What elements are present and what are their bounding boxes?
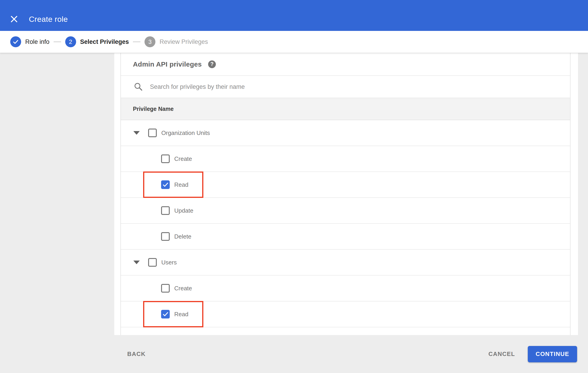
privilege-checkbox[interactable] bbox=[161, 284, 170, 293]
content-panel: Admin API privileges ? Privilege Name Or… bbox=[114, 53, 578, 335]
annotation-highlight-box bbox=[143, 172, 203, 198]
privilege-checkbox[interactable] bbox=[148, 258, 157, 267]
annotation-highlight-box bbox=[143, 301, 203, 327]
privilege-label: Update bbox=[174, 207, 193, 214]
step-label: Review Privileges bbox=[159, 38, 208, 45]
search-input[interactable] bbox=[149, 83, 491, 91]
section-heading-row: Admin API privileges ? bbox=[121, 53, 570, 76]
privilege-row: Organization Units bbox=[121, 120, 570, 146]
table-header-row: Privilege Name bbox=[121, 98, 570, 120]
privilege-label: Read bbox=[174, 181, 188, 188]
section-title: Admin API privileges bbox=[133, 61, 202, 68]
privilege-label: Create bbox=[174, 155, 192, 162]
privilege-checkbox[interactable] bbox=[148, 129, 157, 137]
step-circle: 3 bbox=[145, 36, 155, 47]
help-icon[interactable]: ? bbox=[208, 61, 216, 68]
step-circle: 2 bbox=[65, 36, 76, 47]
step-separator bbox=[133, 41, 140, 42]
privilege-label: Users bbox=[161, 259, 177, 266]
privilege-label: Delete bbox=[174, 233, 191, 240]
footer-bar: BACK CANCEL CONTINUE bbox=[0, 335, 588, 373]
step-label: Role info bbox=[25, 38, 50, 45]
page-title: Create role bbox=[29, 15, 68, 24]
cancel-button[interactable]: CANCEL bbox=[488, 351, 515, 358]
right-gutter bbox=[578, 53, 588, 373]
back-button[interactable]: BACK bbox=[127, 351, 146, 358]
privilege-label: Organization Units bbox=[161, 129, 210, 136]
stepper-step-review-privileges[interactable]: 3 Review Privileges bbox=[145, 36, 208, 47]
privilege-label: Create bbox=[174, 285, 192, 292]
collapse-arrow-icon[interactable] bbox=[133, 131, 140, 135]
privilege-row: Create bbox=[121, 146, 570, 172]
privileges-table: Admin API privileges ? Privilege Name Or… bbox=[120, 53, 570, 335]
step-label: Select Privileges bbox=[80, 38, 129, 45]
privilege-label: Read bbox=[174, 311, 188, 318]
privilege-checkbox[interactable] bbox=[161, 310, 170, 319]
search-row bbox=[121, 76, 570, 98]
privilege-row: Delete bbox=[121, 224, 570, 250]
left-gutter bbox=[0, 53, 114, 373]
privilege-checkbox[interactable] bbox=[161, 155, 170, 163]
stepper-step-role-info[interactable]: 1 Role info bbox=[10, 36, 50, 47]
step-number: 2 bbox=[69, 38, 72, 45]
privilege-row: Create bbox=[121, 276, 570, 301]
privilege-checkbox[interactable] bbox=[161, 206, 170, 215]
collapse-arrow-icon[interactable] bbox=[133, 260, 140, 264]
privilege-checkbox[interactable] bbox=[161, 232, 170, 241]
step-separator bbox=[54, 41, 61, 42]
search-icon bbox=[134, 82, 143, 92]
close-icon bbox=[10, 15, 18, 23]
column-header-privilege-name: Privilege Name bbox=[133, 106, 174, 112]
privilege-rows: Organization UnitsCreateReadUpdateDelete… bbox=[121, 120, 570, 335]
app-bar: Create role bbox=[0, 0, 588, 31]
privilege-row bbox=[121, 327, 570, 335]
check-icon bbox=[12, 39, 19, 45]
privilege-row: Read bbox=[121, 301, 570, 327]
privilege-row: Update bbox=[121, 198, 570, 224]
close-button[interactable] bbox=[10, 15, 18, 23]
privilege-row: Users bbox=[121, 250, 570, 276]
step-number: 3 bbox=[148, 38, 152, 45]
continue-button[interactable]: CONTINUE bbox=[528, 346, 577, 362]
step-circle: 1 bbox=[10, 36, 21, 47]
privilege-row: Read bbox=[121, 172, 570, 198]
stepper-step-select-privileges[interactable]: 2 Select Privileges bbox=[65, 36, 129, 47]
privilege-checkbox[interactable] bbox=[161, 180, 170, 189]
stepper: 1 Role info 2 Select Privileges 3 Review… bbox=[0, 31, 588, 53]
